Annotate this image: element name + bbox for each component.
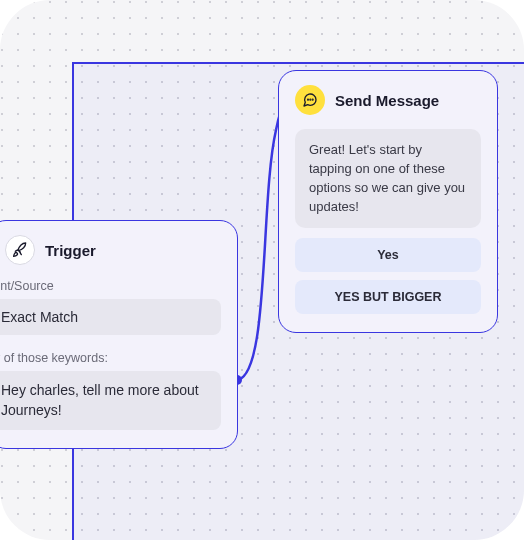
svg-point-4: [312, 99, 313, 100]
keywords-value[interactable]: Hey charles, tell me more about Journeys…: [0, 371, 221, 430]
canvas-viewport: Trigger vent/Source Exact Match ny of th…: [0, 0, 524, 540]
option-yes-bigger[interactable]: YES BUT BIGGER: [295, 280, 481, 314]
trigger-title: Trigger: [45, 242, 96, 259]
send-title: Send Message: [335, 92, 439, 109]
svg-point-3: [310, 99, 311, 100]
svg-point-2: [308, 99, 309, 100]
message-body: Great! Let's start by tapping on one of …: [295, 129, 481, 228]
trigger-card[interactable]: Trigger vent/Source Exact Match ny of th…: [0, 220, 238, 449]
send-header: Send Message: [295, 85, 481, 115]
event-source-label: vent/Source: [0, 279, 221, 293]
chat-icon: [295, 85, 325, 115]
rocket-icon: [5, 235, 35, 265]
send-message-card[interactable]: Send Message Great! Let's start by tappi…: [278, 70, 498, 333]
event-source-value[interactable]: Exact Match: [0, 299, 221, 335]
trigger-header: Trigger: [0, 235, 221, 265]
keywords-label: ny of those keywords:: [0, 351, 221, 365]
option-yes[interactable]: Yes: [295, 238, 481, 272]
